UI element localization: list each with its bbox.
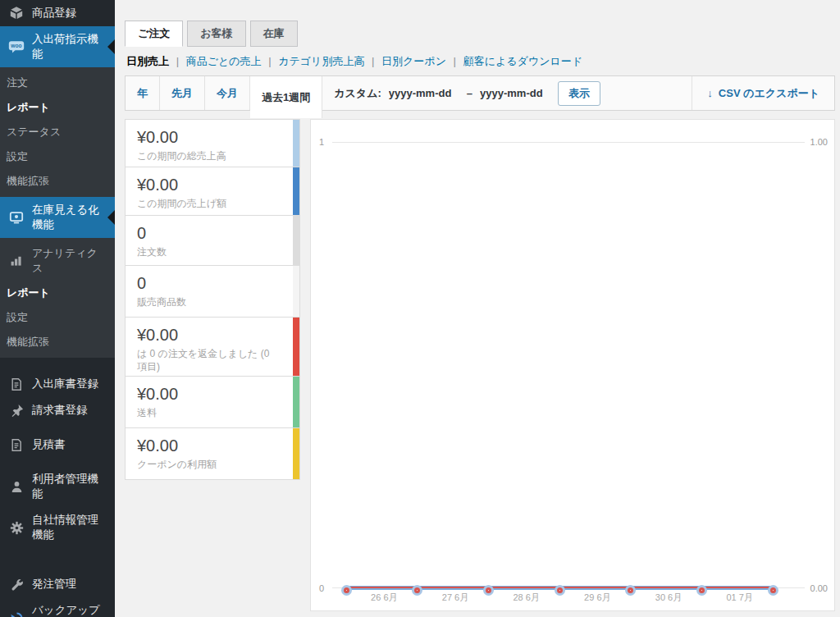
xtick-label: 30 6月 bbox=[655, 592, 682, 604]
stat-order-count[interactable]: 0 注文数 bbox=[125, 215, 300, 266]
stat-items-sold[interactable]: 0 販売商品数 bbox=[125, 265, 300, 318]
stat-label: は 0 の注文を返金しました (0 項目) bbox=[137, 347, 281, 373]
sidebar-subitem-settings2[interactable]: 設定 bbox=[0, 305, 115, 330]
period-year[interactable]: 年 bbox=[126, 76, 160, 110]
link-separator: | bbox=[368, 55, 378, 67]
sidebar-subitem-reports[interactable]: レポート bbox=[0, 95, 115, 120]
monitor-eye-icon bbox=[8, 210, 25, 225]
shipping-submenu: 注文 レポート ステータス 設定 機能拡張 bbox=[0, 67, 115, 197]
link-coupons-by-date[interactable]: 日別クーポン bbox=[381, 55, 446, 67]
sales-chart: 11.0000.0026 6月27 6月28 6月29 6月30 6月01 7月 bbox=[310, 119, 835, 611]
woo-icon: woo bbox=[8, 39, 25, 54]
data-point-marker[interactable] bbox=[770, 587, 776, 593]
tab-customers[interactable]: お客様 bbox=[187, 21, 245, 47]
period-last-7-days[interactable]: 過去1週間 bbox=[250, 76, 322, 118]
tab-stock[interactable]: 在庫 bbox=[250, 21, 298, 47]
data-point-marker[interactable] bbox=[628, 587, 633, 593]
ytick-right-top: 1.00 bbox=[810, 137, 828, 147]
sidebar-item-user-management[interactable]: 利用者管理機能 bbox=[0, 466, 115, 507]
svg-text:woo: woo bbox=[10, 43, 21, 48]
sidebar-item-label: 入出荷指示機能 bbox=[32, 32, 108, 62]
sidebar-item-backup-tool[interactable]: バックアップツール bbox=[0, 597, 115, 617]
stat-color-strip bbox=[293, 318, 299, 376]
package-icon bbox=[8, 6, 25, 21]
stat-value: ¥0.00 bbox=[137, 128, 281, 147]
period-bar-spacer bbox=[612, 76, 692, 110]
sidebar-subitem-extensions[interactable]: 機能拡張 bbox=[0, 169, 115, 194]
stat-value: ¥0.00 bbox=[137, 385, 281, 404]
gear-icon bbox=[8, 520, 25, 535]
stat-coupons[interactable]: ¥0.00 クーポンの利用額 bbox=[125, 427, 300, 480]
backup-icon bbox=[8, 610, 25, 617]
data-point-marker[interactable] bbox=[557, 587, 563, 593]
link-sales-by-product[interactable]: 商品ごとの売上 bbox=[186, 55, 262, 67]
document-icon bbox=[8, 377, 25, 391]
report-summary-panel: ¥0.00 この期間の総売上高 ¥0.00 この期間の売上げ額 0 注文数 0 … bbox=[125, 119, 300, 480]
ytick-left-bottom: 0 bbox=[319, 583, 324, 593]
xtick-label: 27 6月 bbox=[442, 592, 468, 604]
sidebar-item-stock-visibility[interactable]: 在庫見える化機能 bbox=[0, 197, 115, 238]
stat-label: 注文数 bbox=[137, 245, 281, 258]
main-content: ご注文 お客様 在庫 日別売上 | 商品ごとの売上 | カテゴリ別売上高 | 日… bbox=[115, 0, 840, 617]
sidebar-separator bbox=[0, 458, 115, 466]
xtick-label: 29 6月 bbox=[584, 592, 610, 604]
date-range-dash: – bbox=[467, 87, 472, 99]
tab-orders[interactable]: ご注文 bbox=[125, 21, 183, 47]
admin-sidebar: 商品登録 woo 入出荷指示機能 注文 レポート ステータス 設定 機能拡張 在… bbox=[0, 0, 115, 617]
stat-label: 販売商品数 bbox=[137, 295, 281, 308]
chart-plot-area: 11.0000.0026 6月27 6月28 6月29 6月30 6月01 7月 bbox=[311, 120, 834, 610]
stat-net-sales[interactable]: ¥0.00 この期間の売上げ額 bbox=[125, 167, 300, 216]
stat-value: 0 bbox=[137, 274, 281, 293]
stat-shipping[interactable]: ¥0.00 送料 bbox=[125, 376, 300, 428]
csv-export-link[interactable]: ↓ CSV のエクスポート bbox=[692, 76, 834, 110]
stat-color-strip bbox=[293, 377, 299, 427]
xtick-label: 28 6月 bbox=[513, 592, 539, 604]
data-point-marker[interactable] bbox=[414, 587, 420, 593]
stat-label: クーポンの利用額 bbox=[137, 458, 281, 471]
stat-gross-sales[interactable]: ¥0.00 この期間の総売上高 bbox=[125, 119, 300, 167]
sidebar-item-product-registration[interactable]: 商品登録 bbox=[0, 0, 115, 26]
sidebar-item-invoice[interactable]: 請求書登録 bbox=[0, 397, 115, 423]
stat-label: この期間の売上げ額 bbox=[137, 197, 281, 210]
stat-label: この期間の総売上高 bbox=[137, 149, 281, 162]
sidebar-item-label: 入出庫書登録 bbox=[32, 377, 98, 391]
date-from-input[interactable] bbox=[389, 87, 459, 99]
sidebar-item-quotation[interactable]: 見積書 bbox=[0, 432, 115, 458]
link-separator: | bbox=[264, 55, 275, 67]
period-last-month[interactable]: 先月 bbox=[160, 76, 205, 110]
sidebar-subitem-status[interactable]: ステータス bbox=[0, 120, 115, 144]
custom-period-controls: カスタム: – 表示 bbox=[322, 76, 612, 110]
show-button[interactable]: 表示 bbox=[558, 81, 600, 106]
sidebar-item-warehouse-doc[interactable]: 入出庫書登録 bbox=[0, 371, 115, 397]
stat-value: 0 bbox=[137, 224, 281, 243]
pushpin-icon bbox=[8, 403, 25, 418]
sidebar-subitem-reports2[interactable]: レポート bbox=[0, 281, 115, 305]
stat-color-strip bbox=[293, 428, 299, 479]
sidebar-item-company-info[interactable]: 自社情報管理機能 bbox=[0, 507, 115, 548]
sidebar-subitem-settings[interactable]: 設定 bbox=[0, 144, 115, 169]
sidebar-subitem-analytics[interactable]: アナリティクス bbox=[0, 241, 115, 281]
period-this-month[interactable]: 今月 bbox=[205, 76, 250, 110]
link-customer-downloads[interactable]: 顧客によるダウンロード bbox=[463, 55, 582, 67]
sidebar-item-order-management[interactable]: 発注管理 bbox=[0, 571, 115, 597]
sidebar-subitem-orders[interactable]: 注文 bbox=[0, 71, 115, 95]
stat-value: ¥0.00 bbox=[137, 436, 281, 455]
stat-color-strip bbox=[293, 167, 299, 215]
sidebar-item-label: 発注管理 bbox=[32, 577, 76, 592]
custom-label: カスタム: bbox=[334, 86, 381, 101]
sidebar-subitem-label: アナリティクス bbox=[32, 246, 108, 276]
link-daily-sales[interactable]: 日別売上 bbox=[126, 55, 169, 67]
user-icon bbox=[8, 479, 25, 494]
stat-color-strip bbox=[293, 216, 299, 265]
data-point-marker[interactable] bbox=[699, 587, 705, 593]
admin-screen: 商品登録 woo 入出荷指示機能 注文 レポート ステータス 設定 機能拡張 在… bbox=[0, 0, 840, 617]
stat-refunded[interactable]: ¥0.00 は 0 の注文を返金しました (0 項目) bbox=[125, 317, 300, 377]
current-menu-arrow bbox=[107, 210, 115, 225]
sidebar-subitem-extensions2[interactable]: 機能拡張 bbox=[0, 330, 115, 354]
data-point-marker[interactable] bbox=[344, 587, 349, 593]
sidebar-item-shipping-instruction[interactable]: woo 入出荷指示機能 bbox=[0, 26, 115, 67]
data-point-marker[interactable] bbox=[486, 587, 491, 593]
date-to-input[interactable] bbox=[480, 87, 550, 99]
link-sales-by-category[interactable]: カテゴリ別売上高 bbox=[278, 55, 364, 67]
document-icon bbox=[8, 437, 25, 452]
